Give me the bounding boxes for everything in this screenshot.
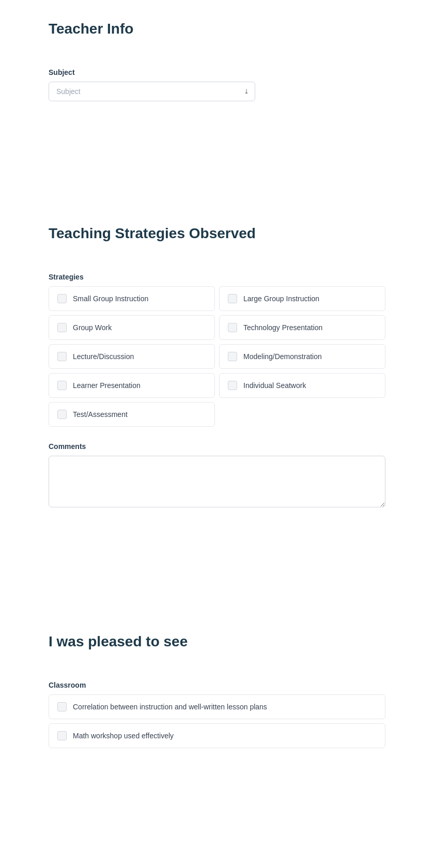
checkbox-lecture-discussion[interactable] (57, 352, 67, 361)
comments-field-group: Comments (49, 442, 385, 509)
checkbox-individual-seatwork[interactable] (228, 381, 237, 390)
strategy-small-group[interactable]: Small Group Instruction (49, 286, 215, 311)
subject-field-group: Subject Subject ⤓ (49, 68, 385, 101)
strategy-group-work[interactable]: Group Work (49, 315, 215, 340)
teaching-strategies-section: Teaching Strategies Observed Strategies … (49, 225, 385, 509)
comments-label: Comments (49, 442, 385, 451)
checkbox-math-workshop[interactable] (57, 731, 67, 740)
strategy-modeling-demonstration-label: Modeling/Demonstration (243, 352, 322, 361)
teacher-info-section: Teacher Info Subject Subject ⤓ (49, 21, 385, 101)
classroom-label: Classroom (49, 681, 385, 689)
strategy-individual-seatwork[interactable]: Individual Seatwork (219, 373, 385, 398)
classroom-item-correlation[interactable]: Correlation between instruction and well… (49, 694, 385, 719)
classroom-math-workshop-label: Math workshop used effectively (73, 732, 174, 740)
strategy-modeling-demonstration[interactable]: Modeling/Demonstration (219, 344, 385, 369)
subject-select-wrapper: Subject ⤓ (49, 82, 255, 101)
checkbox-modeling-demonstration[interactable] (228, 352, 237, 361)
strategy-large-group[interactable]: Large Group Instruction (219, 286, 385, 311)
pleased-to-see-section: I was pleased to see Classroom Correlati… (49, 633, 385, 748)
strategy-test-assessment[interactable]: Test/Assessment (49, 402, 215, 427)
classroom-items-list: Correlation between instruction and well… (49, 694, 385, 748)
strategy-technology-presentation[interactable]: Technology Presentation (219, 315, 385, 340)
subject-select[interactable]: Subject (49, 82, 255, 101)
strategy-technology-presentation-label: Technology Presentation (243, 323, 322, 332)
comments-textarea[interactable] (49, 456, 385, 507)
checkbox-large-group[interactable] (228, 294, 237, 303)
checkbox-group-work[interactable] (57, 323, 67, 332)
strategy-individual-seatwork-label: Individual Seatwork (243, 381, 306, 390)
strategies-grid: Small Group Instruction Large Group Inst… (49, 286, 385, 427)
page-container: Teacher Info Subject Subject ⤓ Teaching … (0, 0, 434, 789)
classroom-correlation-label: Correlation between instruction and well… (73, 703, 267, 711)
checkbox-correlation[interactable] (57, 702, 67, 711)
subject-label: Subject (49, 68, 385, 76)
checkbox-technology-presentation[interactable] (228, 323, 237, 332)
strategy-large-group-label: Large Group Instruction (243, 295, 319, 303)
strategy-learner-presentation-label: Learner Presentation (73, 381, 141, 390)
checkbox-learner-presentation[interactable] (57, 381, 67, 390)
strategy-lecture-discussion-label: Lecture/Discussion (73, 352, 134, 361)
strategy-small-group-label: Small Group Instruction (73, 295, 148, 303)
classroom-item-math-workshop[interactable]: Math workshop used effectively (49, 723, 385, 748)
strategy-test-assessment-label: Test/Assessment (73, 410, 128, 419)
strategy-learner-presentation[interactable]: Learner Presentation (49, 373, 215, 398)
strategies-label: Strategies (49, 273, 385, 281)
checkbox-test-assessment[interactable] (57, 410, 67, 419)
teaching-strategies-title: Teaching Strategies Observed (49, 225, 385, 242)
strategy-group-work-label: Group Work (73, 323, 112, 332)
teacher-info-title: Teacher Info (49, 21, 385, 37)
pleased-to-see-title: I was pleased to see (49, 633, 385, 650)
strategy-lecture-discussion[interactable]: Lecture/Discussion (49, 344, 215, 369)
checkbox-small-group[interactable] (57, 294, 67, 303)
